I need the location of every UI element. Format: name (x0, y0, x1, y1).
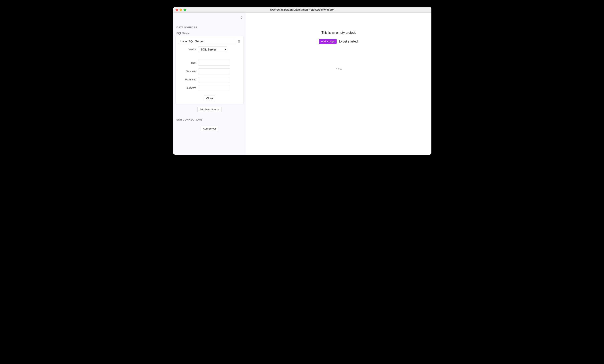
main-panel: This is an empty project. Add a page to … (246, 12, 431, 155)
data-source-type-label: SQL Server (176, 32, 243, 35)
add-data-source-button[interactable]: Add Data Source (197, 107, 222, 112)
empty-project-message: This is an empty project. (321, 31, 356, 35)
traffic-lights (173, 9, 186, 11)
database-label: Database (178, 70, 198, 73)
minimize-window-button[interactable] (180, 9, 182, 11)
app-body: DATA SOURCES SQL Server (173, 12, 431, 155)
data-sources-header: DATA SOURCES (176, 26, 243, 29)
host-input[interactable] (198, 60, 230, 66)
window-title: /Users/philipeaton/DataStationProjects/d… (173, 8, 431, 11)
add-server-button[interactable]: Add Server (201, 126, 218, 131)
trash-icon[interactable] (237, 39, 241, 43)
data-source-card: Vendor SQL Server Host Database (176, 36, 243, 104)
cta-row: Add a page to get started! (319, 39, 359, 44)
username-input[interactable] (198, 77, 230, 82)
vendor-select[interactable]: SQL Server (198, 47, 227, 52)
close-button[interactable]: Close (204, 96, 215, 101)
close-window-button[interactable] (176, 9, 178, 11)
database-input[interactable] (198, 68, 230, 74)
cta-suffix-text: to get started! (339, 40, 359, 43)
version-label: 0.7.0 (336, 68, 342, 71)
host-label: Host (178, 61, 198, 64)
sidebar: DATA SOURCES SQL Server (173, 12, 246, 155)
username-label: Username (178, 78, 198, 81)
password-label: Password (178, 87, 198, 89)
add-page-button[interactable]: Add a page (319, 39, 337, 44)
data-source-name-input[interactable] (178, 38, 235, 44)
app-window: /Users/philipeaton/DataStationProjects/d… (173, 7, 431, 155)
vendor-label: Vendor (178, 48, 198, 51)
chevron-left-icon[interactable] (240, 16, 242, 20)
password-input[interactable] (198, 85, 230, 91)
maximize-window-button[interactable] (184, 9, 186, 11)
ssh-connections-header: SSH CONNECTIONS (176, 118, 243, 121)
titlebar: /Users/philipeaton/DataStationProjects/d… (173, 7, 431, 12)
